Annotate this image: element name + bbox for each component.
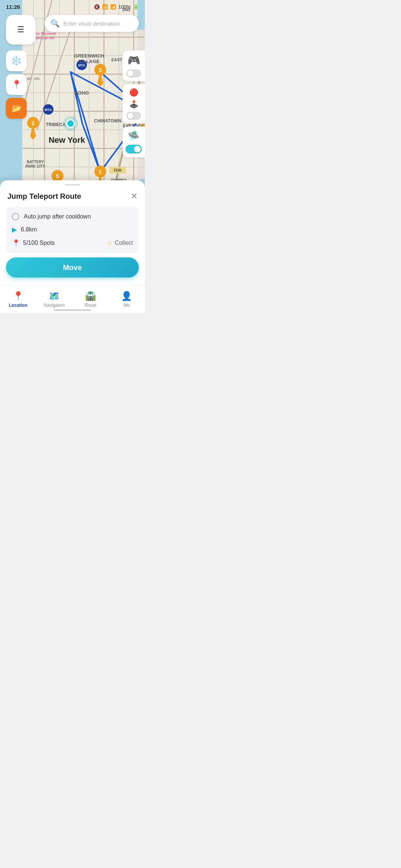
svg-text:New York: New York (49, 135, 85, 145)
svg-text:VILLAGE: VILLAGE (79, 59, 100, 64)
spots-row: 📍 5/100 Spots ☆ Collect (12, 239, 133, 247)
skate-panel: 🛸 (123, 126, 145, 157)
route-nav-icon: 🛣️ (85, 291, 96, 301)
svg-text:PARK CITY: PARK CITY (25, 164, 45, 168)
skate-icon: 🛸 (128, 130, 140, 142)
navigation-nav-icon: 🗺️ (49, 291, 60, 301)
spots-info: 📍 5/100 Spots (12, 239, 55, 247)
wifi-icon: 📶 (102, 4, 108, 10)
svg-text:FDR: FDR (114, 168, 122, 172)
spots-icon: 📍 (12, 239, 20, 247)
move-label: Move (63, 263, 82, 272)
sheet-title: Jump Teleport Route (7, 192, 81, 201)
gamepad-panel: 🎮 (123, 50, 145, 81)
svg-text:SOHO: SOHO (75, 90, 89, 96)
left-side-buttons: ❄️ 📍 📂 (6, 50, 27, 119)
svg-text:VEL: VEL (34, 77, 40, 80)
star-icon: ☆ (107, 239, 113, 247)
search-icon: 🔍 (50, 19, 60, 28)
menu-button[interactable]: ☰ (6, 15, 36, 45)
snowflake-button[interactable]: ❄️ (6, 50, 27, 71)
svg-text:CHINATOWN: CHINATOWN (94, 118, 121, 124)
svg-text:TRIBECA: TRIBECA (46, 122, 66, 127)
move-button[interactable]: Move (6, 257, 139, 277)
bottom-sheet: Jump Teleport Route ✕ Auto jump after co… (0, 180, 145, 285)
svg-text:BATTERY: BATTERY (27, 160, 44, 164)
sheet-header: Jump Teleport Route ✕ (0, 191, 145, 207)
nav-route-label: Route (85, 303, 97, 308)
distance-value: 6.8km (21, 226, 37, 233)
gamepad-icon: 🎮 (127, 54, 140, 66)
nav-me-label: Me (124, 303, 130, 308)
bottom-navigation: 📍 Location 🗺️ Navigation 🛣️ Route 👤 Me (0, 285, 145, 313)
battery-text: 100% (118, 4, 131, 10)
nav-navigation-label: Navigation (44, 303, 65, 308)
back-folder-button[interactable]: 📂 (6, 98, 27, 119)
location-pin-button[interactable]: 📍 (6, 74, 27, 95)
joystick-panel: 🔴 🕹️ (123, 84, 145, 124)
nav-item-route[interactable]: 🛣️ Route (72, 291, 109, 308)
nav-item-me[interactable]: 👤 Me (109, 291, 145, 308)
distance-row: ▶ 6.8km (12, 226, 133, 234)
auto-jump-label: Auto jump after cooldown (24, 213, 91, 220)
mute-icon: 🔇 (94, 4, 100, 10)
auto-jump-radio[interactable] (12, 213, 19, 220)
signal-icon: 📶 (110, 4, 116, 10)
search-bar[interactable]: 🔍 Enter vitual destination (45, 15, 139, 32)
navigation-arrow-icon: ▶ (12, 226, 17, 234)
collect-label: Collect (115, 240, 133, 246)
nav-location-label: Location (9, 303, 27, 308)
svg-text:3: 3 (99, 67, 102, 73)
me-nav-icon: 👤 (121, 291, 132, 301)
sheet-content: Auto jump after cooldown ▶ 6.8km 📍 5/100… (6, 207, 139, 253)
svg-text:2: 2 (32, 120, 35, 126)
joystick-toggle[interactable] (126, 112, 141, 120)
joystick-icon: 🕹️ (129, 100, 138, 109)
search-placeholder: Enter vitual destination (63, 20, 120, 27)
battery-icon: 🔋 (133, 4, 139, 10)
skate-toggle[interactable] (125, 145, 142, 154)
nav-item-location[interactable]: 📍 Location (0, 291, 36, 308)
svg-text:1: 1 (99, 169, 102, 175)
gamepad-toggle[interactable] (126, 69, 141, 78)
spots-count: 5/100 Spots (23, 240, 55, 246)
nav-item-navigation[interactable]: 🗺️ Navigation (36, 291, 73, 308)
sheet-handle (65, 184, 80, 185)
snowflake-icon: ❄️ (11, 56, 22, 66)
hamburger-icon: ☰ (17, 25, 25, 34)
close-button[interactable]: ✕ (131, 191, 137, 201)
auto-jump-row: Auto jump after cooldown (12, 213, 133, 220)
location-pin-icon: 📍 (12, 80, 22, 89)
home-indicator (54, 309, 91, 311)
collect-button[interactable]: ☆ Collect (107, 239, 133, 247)
record-icon: 🔴 (129, 88, 138, 97)
location-nav-icon: 📍 (13, 291, 24, 301)
svg-text:5: 5 (56, 173, 59, 179)
status-icons: 🔇 📶 📶 100% 🔋 (94, 4, 139, 10)
svg-text:MTA: MTA (45, 108, 52, 112)
status-bar: 11:26 🔇 📶 📶 100% 🔋 (0, 0, 145, 13)
svg-text:GREENWICH: GREENWICH (74, 53, 104, 59)
svg-point-72 (67, 120, 74, 127)
right-side-buttons: 🎮 🔴 🕹️ 🛸 (123, 50, 145, 157)
folder-back-icon: 📂 (12, 103, 22, 113)
status-time: 11:26 (6, 4, 20, 10)
